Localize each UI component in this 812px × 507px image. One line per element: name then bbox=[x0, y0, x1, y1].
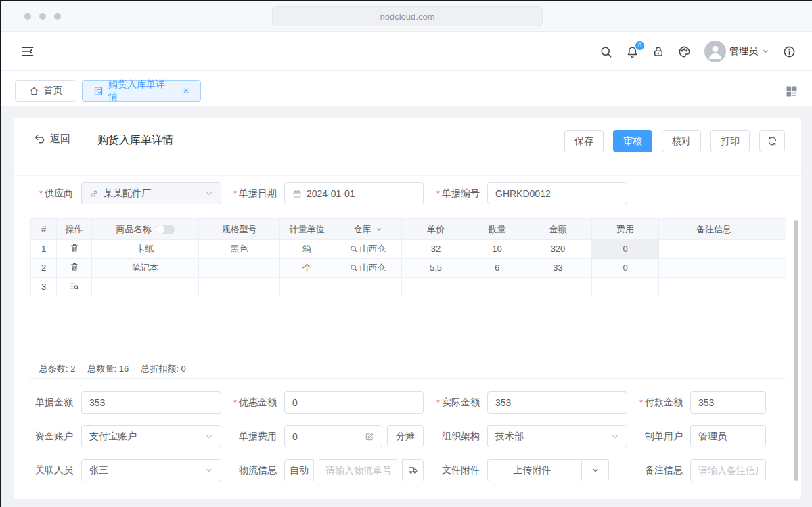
check-button[interactable]: 核对 bbox=[662, 130, 701, 152]
tab-detail[interactable]: 购货入库单详情 bbox=[82, 80, 201, 102]
cell-unit[interactable]: 箱 bbox=[280, 240, 334, 259]
address-bar[interactable]: nodcloud.com bbox=[272, 6, 543, 26]
discount-amount-input[interactable] bbox=[284, 391, 424, 414]
col-index: # bbox=[31, 219, 57, 240]
cell-warehouse[interactable] bbox=[334, 278, 402, 296]
share-fee-button[interactable]: 分摊 bbox=[387, 425, 424, 447]
cell-unit[interactable]: 个 bbox=[280, 259, 334, 278]
upload-attachment-button[interactable]: 上传附件 bbox=[488, 460, 577, 481]
cell-note[interactable] bbox=[659, 259, 769, 278]
close-icon[interactable] bbox=[183, 87, 189, 94]
window-controls[interactable] bbox=[24, 13, 61, 20]
cell-price[interactable]: 32 bbox=[402, 240, 470, 259]
tab-bar: 首页 购货入库单详情 bbox=[1, 71, 812, 106]
logistics-number-input[interactable] bbox=[319, 459, 397, 481]
pay-amount-input[interactable] bbox=[690, 391, 766, 414]
cell-product[interactable] bbox=[92, 278, 199, 296]
tab-home[interactable]: 首页 bbox=[15, 80, 76, 102]
chevron-down-icon[interactable] bbox=[581, 460, 608, 481]
cell-note[interactable] bbox=[659, 278, 769, 296]
logistics-auto-button[interactable]: 自动 bbox=[284, 459, 314, 481]
cell-product[interactable]: 卡纸 bbox=[92, 240, 199, 259]
list-search-icon[interactable] bbox=[69, 281, 79, 291]
truck-icon[interactable] bbox=[402, 459, 424, 481]
delete-icon[interactable] bbox=[70, 262, 79, 271]
refresh-button[interactable] bbox=[759, 130, 785, 152]
cell-spec[interactable]: 黑色 bbox=[199, 240, 280, 259]
organization-select[interactable]: 技术部 bbox=[487, 425, 627, 447]
fund-account-select[interactable]: 支付宝账户 bbox=[81, 425, 221, 447]
creator-value[interactable] bbox=[698, 431, 758, 442]
bill-date-input[interactable]: 2024-01-01 bbox=[284, 182, 424, 204]
cell-qty[interactable] bbox=[470, 278, 524, 296]
bill-number-value[interactable] bbox=[495, 188, 619, 199]
col-fee: 费用 bbox=[592, 219, 659, 240]
delete-icon[interactable] bbox=[70, 243, 79, 252]
tab-home-label: 首页 bbox=[44, 85, 63, 97]
cell-fee[interactable] bbox=[592, 278, 659, 296]
related-person-label: 关联人员 bbox=[23, 459, 73, 481]
cell-qty[interactable]: 6 bbox=[470, 259, 524, 278]
bill-date-label: 单据日期 bbox=[229, 182, 277, 204]
logistics-label: 物流信息 bbox=[229, 459, 277, 481]
related-person-select[interactable]: 张三 bbox=[81, 459, 221, 481]
cell-extra bbox=[769, 278, 786, 296]
save-button[interactable]: 保存 bbox=[564, 130, 604, 152]
notification-bell-icon[interactable]: 0 bbox=[626, 45, 639, 58]
product-toggle[interactable] bbox=[156, 225, 175, 234]
remark-input[interactable] bbox=[690, 459, 766, 481]
vertical-scrollbar[interactable] bbox=[794, 220, 798, 481]
back-label: 返回 bbox=[50, 133, 70, 146]
fund-account-label: 资金账户 bbox=[23, 425, 73, 447]
creator-input[interactable] bbox=[690, 425, 766, 447]
cell-note[interactable] bbox=[659, 240, 769, 259]
lock-icon[interactable] bbox=[652, 45, 664, 58]
back-button[interactable]: 返回 bbox=[34, 133, 70, 146]
actual-amount-input[interactable] bbox=[487, 391, 627, 414]
edit-icon[interactable] bbox=[365, 432, 374, 441]
cell-amount[interactable]: 320 bbox=[524, 240, 592, 259]
cell-price[interactable] bbox=[402, 278, 470, 296]
cell-price[interactable]: 5.5 bbox=[402, 259, 470, 278]
cell-qty[interactable]: 10 bbox=[470, 240, 524, 259]
items-table: # 操作 商品名称 规格型号 计量单位 仓库 单价 数量 bbox=[30, 219, 786, 296]
row-index: 3 bbox=[31, 278, 57, 296]
bill-fee-value[interactable] bbox=[292, 431, 360, 442]
col-qty: 数量 bbox=[470, 219, 524, 240]
user-menu[interactable]: 管理员 bbox=[704, 41, 769, 62]
pay-amount-label: 付款金额 bbox=[635, 391, 683, 414]
avatar bbox=[704, 41, 726, 62]
info-icon[interactable] bbox=[783, 45, 796, 58]
col-warehouse[interactable]: 仓库 bbox=[334, 219, 402, 240]
bill-fee-input[interactable] bbox=[284, 425, 382, 447]
search-icon bbox=[350, 245, 357, 252]
bill-number-input[interactable] bbox=[487, 182, 627, 204]
pay-amount-value[interactable] bbox=[698, 397, 758, 408]
bill-amount-value[interactable] bbox=[89, 397, 213, 408]
bill-amount-input[interactable] bbox=[81, 391, 221, 414]
cell-unit[interactable] bbox=[280, 278, 334, 296]
search-icon[interactable] bbox=[600, 45, 612, 58]
remark-value[interactable] bbox=[698, 465, 758, 476]
audit-button[interactable]: 审核 bbox=[613, 130, 652, 152]
cell-product[interactable]: 笔记本 bbox=[92, 259, 199, 278]
logistics-number-value[interactable] bbox=[325, 465, 390, 476]
theme-palette-icon[interactable] bbox=[678, 45, 691, 58]
col-product-label: 商品名称 bbox=[116, 223, 152, 236]
cell-spec[interactable] bbox=[199, 278, 280, 296]
cell-spec[interactable] bbox=[199, 259, 280, 278]
layout-grid-icon[interactable] bbox=[785, 85, 798, 98]
cell-amount[interactable]: 33 bbox=[524, 259, 592, 278]
print-button[interactable]: 打印 bbox=[710, 130, 750, 152]
cell-fee[interactable]: 0 bbox=[592, 240, 659, 259]
actual-amount-value[interactable] bbox=[495, 397, 619, 408]
chevron-down-icon bbox=[611, 433, 619, 441]
cell-fee[interactable]: 0 bbox=[592, 259, 659, 278]
menu-fold-icon[interactable] bbox=[20, 45, 35, 58]
amount-form-row: 单据金额 优惠金额 实际金额 付款金额 bbox=[14, 391, 801, 414]
cell-warehouse[interactable]: 山西仓 bbox=[334, 259, 402, 278]
discount-amount-value[interactable] bbox=[292, 397, 415, 408]
cell-warehouse[interactable]: 山西仓 bbox=[334, 240, 402, 259]
supplier-select[interactable]: 某某配件厂 bbox=[81, 182, 221, 204]
cell-amount[interactable] bbox=[524, 278, 592, 296]
